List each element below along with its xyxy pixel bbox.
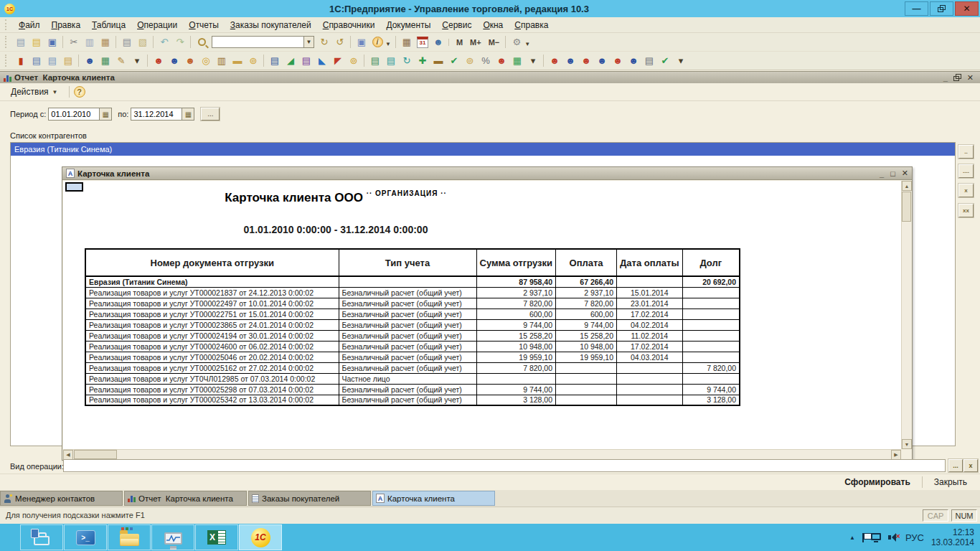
clock[interactable]: 12:13 13.03.2014 [931,527,974,547]
print-icon[interactable]: ▤ [120,35,134,49]
doc-coin-icon[interactable]: ▤ [368,54,382,67]
paste-icon[interactable]: ▦ [98,35,113,49]
contacts-icon[interactable]: ☻ [83,54,97,67]
card-close-button[interactable]: ✕ [902,169,908,178]
menu-item[interactable]: Операции [131,19,183,32]
scroll-thumb[interactable] [902,192,911,222]
tray-expand-icon[interactable]: ▲ [849,534,855,541]
tab-report-client-card[interactable]: Отчет Карточка клиента [124,491,247,506]
task-blue-2-icon[interactable]: ☻ [595,54,609,67]
spreadsheet-document[interactable]: Карточка клиента ООО ·· ОРГАНИЗАЦИЯ ·· 0… [63,181,901,449]
table-row[interactable]: Реализация товаров и услуг УТ000025298 о… [85,384,740,395]
menu-item[interactable]: Заказы покупателей [225,19,317,32]
search-icon[interactable] [194,35,209,49]
powershell-button[interactable] [64,524,107,550]
dropdown-icon[interactable]: ▾ [130,54,144,67]
coins-icon[interactable]: ◎ [199,54,213,67]
menu-item[interactable]: Окна [477,19,509,32]
info-button[interactable]: i [370,35,385,49]
cut-icon[interactable]: ✂ [67,35,81,49]
add-coin-icon[interactable]: ✚ [415,54,430,67]
doc-person-icon[interactable]: ☻ [494,54,509,67]
window-list-icon[interactable]: ▣ [354,35,369,49]
find-prev-icon[interactable]: ↺ [333,35,347,49]
open-document-icon[interactable]: ▤ [29,35,44,49]
table-row[interactable]: Реализация товаров и услуг УТ000023865 о… [85,319,740,330]
memory-button[interactable]: М+ [466,38,485,47]
scroll-right-icon[interactable]: ▶ [891,450,901,460]
doc-check-icon[interactable]: ✔ [447,54,461,67]
print-form-2-icon[interactable]: ▤ [45,54,60,67]
report-close-button[interactable]: ✕ [967,73,974,83]
file-explorer-button[interactable] [108,524,151,550]
task-red-icon[interactable]: ☻ [547,54,562,67]
vertical-scrollbar[interactable]: ▲ ▼ [901,181,911,449]
print-form-icon[interactable]: ▤ [29,54,44,67]
minimize-button[interactable]: — [905,1,928,16]
operation-type-field[interactable] [63,459,946,472]
table-row[interactable]: Реализация товаров и услуг УТ000024194 о… [85,330,740,341]
card-minimize-button[interactable]: _ [880,169,884,178]
memory-button[interactable]: М [453,38,466,47]
muted-speaker-icon[interactable]: × [888,533,898,542]
menu-item[interactable]: Сервис [436,19,477,32]
generate-button[interactable]: Сформировать [837,476,917,489]
list-button-3[interactable]: x [958,184,974,197]
period-from-input[interactable] [48,108,100,121]
chart-blue-icon[interactable]: ◣ [315,54,329,67]
table-row[interactable]: Реализация товаров и услуг УТ0ЧЛ012985 о… [85,373,740,384]
calculator-button[interactable]: ▦ [400,35,414,49]
coins-chart-icon[interactable]: ▥ [215,54,229,67]
task-red-3-icon[interactable]: ☻ [611,54,625,67]
report-minimize-button[interactable]: _ [943,73,948,82]
print-form-3-icon[interactable]: ▤ [61,54,75,67]
menu-item[interactable]: Документы [380,19,436,32]
money-table-icon[interactable]: ▦ [98,54,113,67]
close-button[interactable]: ✕ [955,1,979,16]
performance-monitor-button[interactable] [151,524,194,550]
network-icon[interactable] [871,533,881,540]
client-orders-icon[interactable]: ☻ [183,54,197,67]
actions-button[interactable]: Действия ▼ [4,84,65,100]
edit-journal-icon[interactable]: ✎ [114,54,128,67]
save-icon[interactable]: ▣ [45,35,60,49]
period-to-input[interactable] [131,108,182,121]
report-restore-button[interactable] [953,74,961,81]
tree-icon[interactable]: ▦ [510,54,524,67]
calendar-button[interactable]: 31 [415,35,430,49]
task-blue-3-icon[interactable]: ☻ [626,54,641,67]
doc-coins-icon[interactable]: ⊚ [463,54,477,67]
undo-icon[interactable]: ↶ [157,35,171,49]
list-button-1[interactable]: .. [958,145,974,159]
client-card-titlebar[interactable]: Карточка клиента _ □ ✕ [62,167,912,180]
info-dropdown-icon[interactable]: ▼ [385,41,391,47]
remove-coin-icon[interactable]: ▬ [431,54,446,67]
coins-stack-icon[interactable]: ⊚ [246,54,260,67]
period-more-button[interactable]: ... [201,108,220,121]
calendar-picker-icon[interactable]: ▦ [100,108,112,121]
operation-select-button[interactable]: ... [948,459,963,472]
task-list-icon[interactable]: ▤ [642,54,656,67]
scroll-left-icon[interactable]: ◀ [63,450,73,460]
selected-counterparty-row[interactable]: Евразия (Титаник Синема) [11,143,955,156]
task-check-icon[interactable]: ✔ [658,54,672,67]
menu-item[interactable]: Таблица [86,19,131,32]
menu-item[interactable]: Файл [13,19,46,32]
chart-green-icon[interactable]: ◢ [283,54,298,67]
coins-ruler-icon[interactable]: ▬ [230,54,245,67]
calendar-picker-icon[interactable]: ▦ [182,108,194,121]
coins-pair-icon[interactable]: ⊚ [347,54,361,67]
doc-manager-2-icon[interactable]: ▤ [299,54,314,67]
tab-contact-manager[interactable]: Менеджер контактов [0,491,123,506]
memory-button[interactable]: М− [485,38,504,47]
dropdown-icon[interactable]: ▾ [674,54,688,67]
horizontal-scrollbar[interactable]: ◀ ▶ [63,449,901,459]
table-row[interactable]: Реализация товаров и услуг УТ000024600 о… [85,341,740,352]
card-maximize-button[interactable]: □ [890,169,895,178]
doc-refresh-icon[interactable]: ↻ [400,54,414,67]
copy-icon[interactable]: ▥ [83,35,97,49]
menu-item[interactable]: Справочники [317,19,381,32]
chart-red-icon[interactable]: ◤ [331,54,345,67]
tab-client-card[interactable]: Карточка клиента [372,491,495,506]
table-row[interactable]: Реализация товаров и услуг УТ000025162 о… [85,362,740,373]
